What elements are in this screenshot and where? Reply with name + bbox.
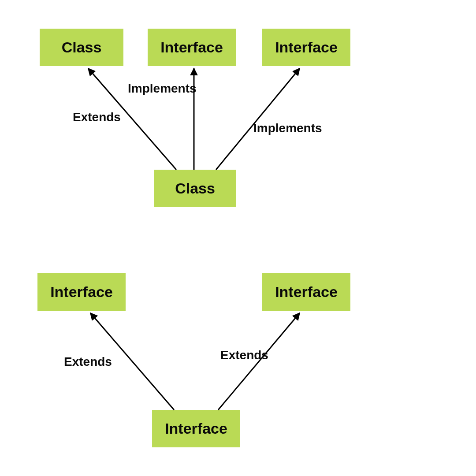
box-bottom-parent-interface-right: Interface	[262, 273, 350, 311]
label: Class	[62, 39, 102, 56]
arrow-implements-2	[216, 68, 300, 170]
box-top-parent-interface-2: Interface	[262, 29, 350, 66]
edge-label-extends-bottom-right: Extends	[220, 348, 268, 362]
label: Interface	[275, 39, 338, 56]
label: Interface	[165, 420, 227, 437]
box-top-parent-class: Class	[40, 29, 123, 66]
box-top-child-class: Class	[154, 170, 236, 207]
edge-label-implements-1: Implements	[128, 82, 197, 96]
box-bottom-parent-interface-left: Interface	[37, 273, 126, 311]
connectors-svg	[0, 0, 476, 476]
box-top-parent-interface-1: Interface	[148, 29, 236, 66]
edge-label-extends-bottom-left: Extends	[64, 355, 112, 369]
box-bottom-child-interface: Interface	[152, 410, 240, 447]
label: Interface	[275, 283, 338, 301]
edge-label-extends-top: Extends	[73, 110, 121, 124]
edge-label-implements-2: Implements	[253, 121, 322, 135]
label: Interface	[50, 283, 113, 301]
label: Class	[175, 180, 215, 197]
label: Interface	[160, 39, 223, 56]
